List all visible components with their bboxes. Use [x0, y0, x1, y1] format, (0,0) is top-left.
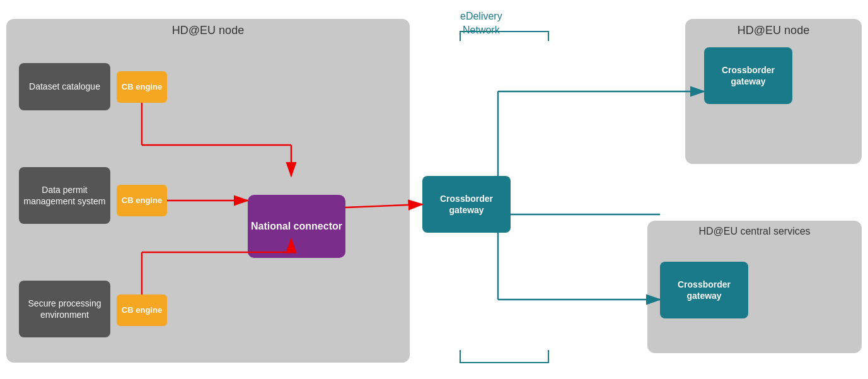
left-node-label: HD@EU node	[172, 24, 244, 37]
right-top-node-label: HD@EU node	[738, 24, 809, 37]
cb-gateway-bottom-label: Crossborder gateway	[660, 279, 748, 301]
secure-processing-box: Secure processing environment	[19, 281, 110, 337]
cb-engine-3-label: CB engine	[122, 305, 162, 315]
cb-gateway-center: Crossborder gateway	[422, 176, 511, 233]
right-top-hd-eu-node: HD@EU node Crossborder gateway	[685, 19, 862, 164]
right-bottom-node: HD@EU central services Crossborder gatew…	[647, 221, 862, 353]
cb-engine-2: CB engine	[117, 185, 167, 216]
left-hd-eu-node: HD@EU node Dataset catalogue CB engine D…	[6, 19, 410, 363]
cb-engine-3: CB engine	[117, 294, 167, 326]
datapermit-label: Data permit management system	[19, 184, 110, 207]
edelivery-label: eDelivery Network	[460, 9, 502, 38]
secure-processing-label: Secure processing environment	[19, 298, 110, 320]
cb-engine-2-label: CB engine	[122, 195, 162, 206]
cb-engine-1-label: CB engine	[122, 82, 162, 92]
datapermit-box: Data permit management system	[19, 167, 110, 224]
diagram-container: HD@EU node Dataset catalogue CB engine D…	[0, 0, 868, 379]
national-connector-label: National connector	[251, 220, 342, 233]
cb-gateway-top: Crossborder gateway	[704, 47, 792, 104]
dataset-catalogue-box: Dataset catalogue	[19, 63, 110, 110]
cb-gateway-bottom: Crossborder gateway	[660, 262, 748, 318]
cb-engine-1: CB engine	[117, 71, 167, 103]
cb-gateway-top-label: Crossborder gateway	[704, 64, 792, 87]
national-connector-box: National connector	[248, 195, 345, 258]
dataset-catalogue-label: Dataset catalogue	[29, 81, 100, 92]
right-bottom-node-label: HD@EU central services	[698, 226, 810, 237]
cb-gateway-center-label: Crossborder gateway	[422, 193, 511, 216]
